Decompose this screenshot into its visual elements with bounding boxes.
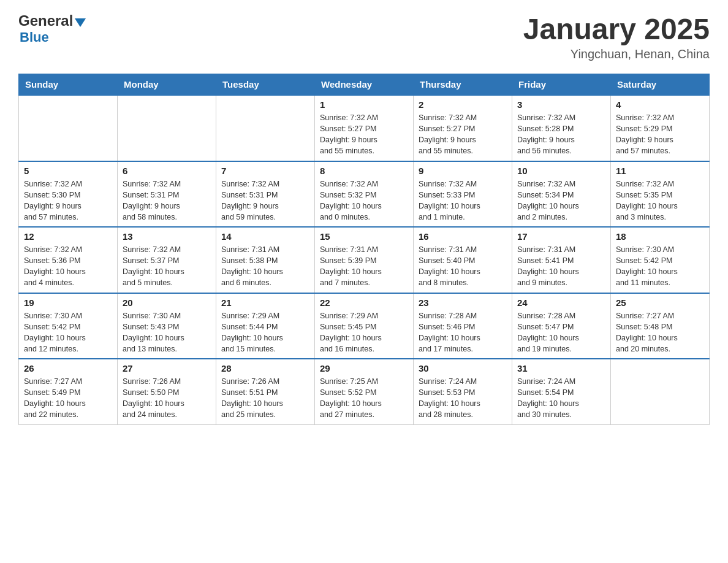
calendar-cell: 26Sunrise: 7:27 AMSunset: 5:49 PMDayligh… — [19, 359, 118, 424]
day-number: 17 — [517, 231, 605, 242]
day-number: 5 — [24, 166, 112, 176]
day-info: Sunrise: 7:32 AMSunset: 5:33 PMDaylight:… — [419, 178, 507, 223]
calendar-cell: 7Sunrise: 7:32 AMSunset: 5:31 PMDaylight… — [216, 161, 315, 228]
calendar-cell: 2Sunrise: 7:32 AMSunset: 5:27 PMDaylight… — [414, 95, 512, 161]
day-number: 10 — [517, 166, 605, 176]
calendar-cell: 16Sunrise: 7:31 AMSunset: 5:40 PMDayligh… — [414, 227, 512, 293]
calendar-cell: 3Sunrise: 7:32 AMSunset: 5:28 PMDaylight… — [512, 95, 611, 161]
calendar-cell: 9Sunrise: 7:32 AMSunset: 5:33 PMDaylight… — [414, 161, 512, 228]
day-info: Sunrise: 7:26 AMSunset: 5:50 PMDaylight:… — [123, 376, 211, 421]
calendar-cell: 30Sunrise: 7:24 AMSunset: 5:53 PMDayligh… — [414, 359, 512, 424]
day-number: 23 — [419, 297, 507, 308]
day-info: Sunrise: 7:32 AMSunset: 5:34 PMDaylight:… — [517, 178, 605, 223]
calendar-week-row: 26Sunrise: 7:27 AMSunset: 5:49 PMDayligh… — [19, 359, 710, 424]
day-number: 30 — [419, 363, 507, 373]
calendar-cell: 20Sunrise: 7:30 AMSunset: 5:43 PMDayligh… — [118, 293, 216, 359]
day-info: Sunrise: 7:30 AMSunset: 5:42 PMDaylight:… — [616, 244, 704, 289]
day-number: 24 — [517, 297, 605, 308]
day-number: 9 — [419, 166, 507, 176]
day-of-week-header: Wednesday — [315, 74, 414, 96]
day-info: Sunrise: 7:28 AMSunset: 5:47 PMDaylight:… — [517, 310, 605, 355]
calendar-cell: 29Sunrise: 7:25 AMSunset: 5:52 PMDayligh… — [315, 359, 414, 424]
month-title: January 2025 — [523, 12, 710, 46]
calendar-cell: 14Sunrise: 7:31 AMSunset: 5:38 PMDayligh… — [216, 227, 315, 293]
calendar-cell: 1Sunrise: 7:32 AMSunset: 5:27 PMDaylight… — [315, 95, 414, 161]
calendar-cell — [216, 95, 315, 161]
day-info: Sunrise: 7:24 AMSunset: 5:53 PMDaylight:… — [419, 376, 507, 421]
calendar-body: 1Sunrise: 7:32 AMSunset: 5:27 PMDaylight… — [19, 95, 710, 424]
day-of-week-header: Tuesday — [216, 74, 315, 96]
location-text: Yingchuan, Henan, China — [523, 47, 710, 61]
calendar-table: SundayMondayTuesdayWednesdayThursdayFrid… — [18, 74, 710, 425]
day-number: 21 — [221, 297, 309, 308]
day-of-week-header: Friday — [512, 74, 611, 96]
day-info: Sunrise: 7:30 AMSunset: 5:43 PMDaylight:… — [123, 310, 211, 355]
calendar-cell: 23Sunrise: 7:28 AMSunset: 5:46 PMDayligh… — [414, 293, 512, 359]
day-number: 11 — [616, 166, 704, 176]
day-number: 31 — [517, 363, 605, 373]
day-info: Sunrise: 7:31 AMSunset: 5:38 PMDaylight:… — [221, 244, 309, 289]
logo-blue-text: Blue — [20, 29, 49, 45]
calendar-cell: 12Sunrise: 7:32 AMSunset: 5:36 PMDayligh… — [19, 227, 118, 293]
day-number: 26 — [24, 363, 112, 373]
day-info: Sunrise: 7:31 AMSunset: 5:40 PMDaylight:… — [419, 244, 507, 289]
day-info: Sunrise: 7:32 AMSunset: 5:28 PMDaylight:… — [517, 112, 605, 157]
day-of-week-header: Sunday — [19, 74, 118, 96]
calendar-cell: 4Sunrise: 7:32 AMSunset: 5:29 PMDaylight… — [611, 95, 710, 161]
calendar-cell — [611, 359, 710, 424]
calendar-cell: 31Sunrise: 7:24 AMSunset: 5:54 PMDayligh… — [512, 359, 611, 424]
calendar-cell: 27Sunrise: 7:26 AMSunset: 5:50 PMDayligh… — [118, 359, 216, 424]
day-number: 16 — [419, 231, 507, 242]
logo-general-text: General — [18, 12, 73, 29]
day-info: Sunrise: 7:29 AMSunset: 5:44 PMDaylight:… — [221, 310, 309, 355]
page-header: General Blue January 2025 Yingchuan, Hen… — [18, 12, 710, 61]
calendar-cell — [118, 95, 216, 161]
calendar-cell: 28Sunrise: 7:26 AMSunset: 5:51 PMDayligh… — [216, 359, 315, 424]
day-number: 22 — [320, 297, 408, 308]
day-number: 25 — [616, 297, 704, 308]
day-info: Sunrise: 7:32 AMSunset: 5:30 PMDaylight:… — [24, 178, 112, 223]
calendar-cell: 18Sunrise: 7:30 AMSunset: 5:42 PMDayligh… — [611, 227, 710, 293]
day-info: Sunrise: 7:32 AMSunset: 5:35 PMDaylight:… — [616, 178, 704, 223]
day-number: 29 — [320, 363, 408, 373]
calendar-cell: 17Sunrise: 7:31 AMSunset: 5:41 PMDayligh… — [512, 227, 611, 293]
calendar-cell: 13Sunrise: 7:32 AMSunset: 5:37 PMDayligh… — [118, 227, 216, 293]
day-of-week-header: Saturday — [611, 74, 710, 96]
day-number: 6 — [123, 166, 211, 176]
day-number: 20 — [123, 297, 211, 308]
day-info: Sunrise: 7:25 AMSunset: 5:52 PMDaylight:… — [320, 376, 408, 421]
day-info: Sunrise: 7:32 AMSunset: 5:29 PMDaylight:… — [616, 112, 704, 157]
day-number: 14 — [221, 231, 309, 242]
day-number: 3 — [517, 99, 605, 110]
day-info: Sunrise: 7:31 AMSunset: 5:41 PMDaylight:… — [517, 244, 605, 289]
day-number: 13 — [123, 231, 211, 242]
day-info: Sunrise: 7:32 AMSunset: 5:37 PMDaylight:… — [123, 244, 211, 289]
calendar-cell: 22Sunrise: 7:29 AMSunset: 5:45 PMDayligh… — [315, 293, 414, 359]
day-info: Sunrise: 7:32 AMSunset: 5:27 PMDaylight:… — [320, 112, 408, 157]
day-info: Sunrise: 7:32 AMSunset: 5:27 PMDaylight:… — [419, 112, 507, 157]
calendar-cell: 10Sunrise: 7:32 AMSunset: 5:34 PMDayligh… — [512, 161, 611, 228]
day-info: Sunrise: 7:24 AMSunset: 5:54 PMDaylight:… — [517, 376, 605, 421]
calendar-week-row: 5Sunrise: 7:32 AMSunset: 5:30 PMDaylight… — [19, 161, 710, 228]
day-number: 28 — [221, 363, 309, 373]
day-number: 2 — [419, 99, 507, 110]
day-number: 19 — [24, 297, 112, 308]
day-info: Sunrise: 7:32 AMSunset: 5:31 PMDaylight:… — [221, 178, 309, 223]
day-number: 15 — [320, 231, 408, 242]
logo: General Blue — [18, 12, 86, 45]
calendar-cell: 15Sunrise: 7:31 AMSunset: 5:39 PMDayligh… — [315, 227, 414, 293]
calendar-header: SundayMondayTuesdayWednesdayThursdayFrid… — [19, 74, 710, 96]
day-number: 4 — [616, 99, 704, 110]
day-number: 18 — [616, 231, 704, 242]
day-info: Sunrise: 7:31 AMSunset: 5:39 PMDaylight:… — [320, 244, 408, 289]
calendar-cell: 25Sunrise: 7:27 AMSunset: 5:48 PMDayligh… — [611, 293, 710, 359]
calendar-cell: 8Sunrise: 7:32 AMSunset: 5:32 PMDaylight… — [315, 161, 414, 228]
calendar-week-row: 12Sunrise: 7:32 AMSunset: 5:36 PMDayligh… — [19, 227, 710, 293]
days-of-week-row: SundayMondayTuesdayWednesdayThursdayFrid… — [19, 74, 710, 96]
calendar-cell: 5Sunrise: 7:32 AMSunset: 5:30 PMDaylight… — [19, 161, 118, 228]
title-section: January 2025 Yingchuan, Henan, China — [523, 12, 710, 61]
day-info: Sunrise: 7:27 AMSunset: 5:49 PMDaylight:… — [24, 376, 112, 421]
calendar-cell: 11Sunrise: 7:32 AMSunset: 5:35 PMDayligh… — [611, 161, 710, 228]
day-of-week-header: Thursday — [414, 74, 512, 96]
day-of-week-header: Monday — [118, 74, 216, 96]
